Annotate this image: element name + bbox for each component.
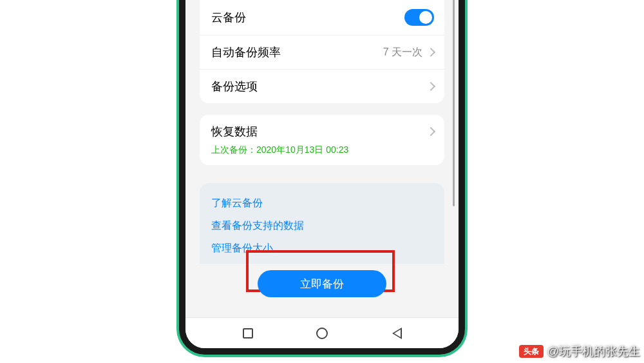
back-icon[interactable] — [392, 328, 401, 339]
cloud-backup-row[interactable]: 云备份 — [200, 0, 444, 35]
recent-apps-icon[interactable] — [243, 328, 253, 338]
restore-data-card: 恢复数据 上次备份：2020年10月13日 00:23 — [200, 115, 444, 165]
chevron-right-icon — [426, 48, 435, 57]
cloud-backup-label: 云备份 — [211, 10, 246, 25]
watermark-badge: 头条 — [519, 345, 544, 358]
settings-scroll-area[interactable]: 云备份 自动备份频率 7 天一次 备份选项 恢复数据 — [185, 0, 459, 317]
phone-frame: 云备份 自动备份频率 7 天一次 备份选项 恢复数据 — [179, 0, 465, 355]
restore-data-label: 恢复数据 — [211, 124, 258, 139]
backup-now-button[interactable]: 立即备份 — [258, 270, 386, 297]
cloud-backup-card: 云备份 自动备份频率 7 天一次 备份选项 — [200, 0, 444, 103]
android-nav-bar — [185, 317, 459, 348]
chevron-right-icon — [426, 82, 435, 91]
link-supported-data[interactable]: 查看备份支持的数据 — [211, 215, 433, 237]
last-backup-time: 上次备份：2020年10月13日 00:23 — [200, 144, 444, 165]
link-learn-cloud-backup[interactable]: 了解云备份 — [211, 192, 433, 215]
auto-backup-frequency-label: 自动备份频率 — [211, 44, 281, 60]
help-links-card: 了解云备份 查看备份支持的数据 管理备份大小 — [200, 183, 444, 264]
chevron-right-icon — [426, 127, 435, 136]
home-icon[interactable] — [316, 328, 328, 339]
link-manage-backup-size[interactable]: 管理备份大小 — [211, 237, 433, 260]
auto-backup-frequency-row[interactable]: 自动备份频率 7 天一次 — [200, 35, 444, 69]
watermark: 头条 @玩手机的张先生 — [519, 344, 640, 359]
backup-options-row[interactable]: 备份选项 — [200, 69, 444, 103]
watermark-text: @玩手机的张先生 — [547, 344, 640, 359]
cloud-backup-toggle[interactable] — [404, 9, 434, 26]
scrollbar-thumb[interactable] — [453, 0, 455, 206]
restore-data-row[interactable]: 恢复数据 — [200, 115, 444, 148]
backup-options-label: 备份选项 — [211, 79, 258, 94]
auto-backup-frequency-value: 7 天一次 — [383, 46, 422, 59]
